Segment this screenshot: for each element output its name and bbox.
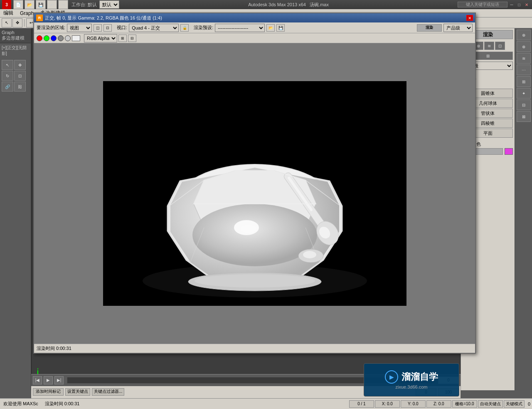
rw-titlebar: R 正交, 帧 0, 显示 Gamma: 2.2, RGBA 颜色 16 位/通… <box>34 13 475 22</box>
tool-unlink[interactable]: ⛓ <box>14 82 26 92</box>
tl-play-btn[interactable]: ▶ <box>44 376 53 384</box>
svg-point-17 <box>234 220 259 235</box>
red-channel-btn[interactable] <box>37 35 42 41</box>
tb-redo-btn[interactable]: ↪ <box>58 0 68 9</box>
tool-rotate[interactable]: ↻ <box>2 71 13 81</box>
rw-area-label: 要渲染的区域: <box>37 25 65 31</box>
right-tool-3[interactable]: ≋ <box>517 53 531 64</box>
tb-open-btn[interactable]: 📂 <box>25 0 34 9</box>
rp-icon-4[interactable]: ⊡ <box>495 42 505 50</box>
poly-label: 多边形建模 <box>2 35 29 41</box>
add-time-marker-btn[interactable]: 添加时间标记 <box>33 388 64 396</box>
tb-undo-btn[interactable]: ↩ <box>47 0 57 9</box>
render-time-status: 渲染时间 0:00:31 <box>45 401 80 407</box>
close-btn[interactable]: ✕ <box>523 2 530 7</box>
rw-title: 正交, 帧 0, 显示 Gamma: 2.2, RGBA 颜色 16 位/通道 … <box>45 15 466 21</box>
rw-preset-label: 渲染预设: <box>194 25 213 31</box>
rendered-image <box>103 81 406 306</box>
app-logo: 3 <box>2 0 11 9</box>
frame-field[interactable]: 0 / 1 <box>349 400 374 408</box>
mono-channel-btn[interactable] <box>65 35 71 41</box>
rw-canvas-area <box>34 43 475 344</box>
coord-y[interactable]: Y: 0.0 <box>401 400 426 408</box>
frame-counter-bottom: 0 <box>526 402 532 407</box>
rw-area-dropdown[interactable]: 视图 <box>67 24 92 32</box>
rp-icon-3[interactable]: ≋ <box>484 42 494 50</box>
alpha-channel-btn[interactable] <box>58 35 64 41</box>
blue-channel-btn[interactable] <box>51 35 57 41</box>
right-sidebar: ⊕ ⊗ ≋ ⋯ ⊞ ✦ ⊟ ⊠ <box>515 28 532 390</box>
watermark-play-icon: ▶ <box>385 370 398 384</box>
sep1 <box>24 19 25 27</box>
tool-link[interactable]: 🔗 <box>2 82 13 92</box>
search-field[interactable]: 键入关键字或短语 <box>458 2 507 7</box>
select-btn[interactable]: ↖ <box>2 18 12 27</box>
bottom-fields: 0 / 1 X: 0.0 Y: 0.0 Z: 0.0 栅格=10.0 自动关键点… <box>349 400 525 408</box>
watermark: ▶ 溜溜自学 zixue.3d66.com <box>364 363 459 397</box>
graph-label: Graph <box>2 30 29 35</box>
left-tools: ↖ ✥ ↻ ⊡ 🔗 ⛓ <box>0 58 31 93</box>
app-title: Autodesk 3ds Max 2013 x64 汤碗.max <box>119 2 458 8</box>
coord-x[interactable]: X: 0.0 <box>375 400 400 408</box>
right-tool-1[interactable]: ⊕ <box>517 30 531 40</box>
render-frame-window: R 正交, 帧 0, 显示 Gamma: 2.2, RGBA 颜色 16 位/通… <box>33 12 476 354</box>
rw-toolbar2: RGB Alpha ⊞ ⊟ <box>34 33 475 43</box>
watermark-title: 溜溜自学 <box>401 371 438 383</box>
viewport-label: [+][正交][无阴影] <box>0 43 31 58</box>
rw-toolbar1: 要渲染的区域: 视图 ◫ ⊡ 视口: Quad 4 - 正交 🔒 渲染预设: -… <box>34 22 475 33</box>
filter-btn[interactable]: 关键点过滤器... <box>92 388 124 396</box>
rw-vp-dropdown[interactable]: Quad 4 - 正交 <box>129 24 179 32</box>
rw-render-big-btn[interactable]: 渲染 <box>417 24 442 32</box>
left-sidebar: Graph 多边形建模 [+][正交][无阴影] ↖ ✥ ↻ ⊡ 🔗 ⛓ <box>0 28 31 390</box>
move-btn[interactable]: ✥ <box>12 18 22 27</box>
watermark-top: ▶ 溜溜自学 <box>385 370 438 384</box>
set-key-btn[interactable]: 设置关键点 <box>65 388 90 396</box>
color-display <box>72 35 80 41</box>
title-bar: 3 📄 📂 💾 ↩ ↪ 工作台: 默认 默认 Autodesk 3ds Max … <box>0 0 532 9</box>
tl-prev-btn[interactable]: |◀ <box>33 376 42 384</box>
minimize-btn[interactable]: ─ <box>508 2 515 7</box>
right-tool-2[interactable]: ⊗ <box>517 41 531 52</box>
tb-save-btn[interactable]: 💾 <box>36 0 46 9</box>
green-channel-btn[interactable] <box>44 35 49 41</box>
auto-key-btn[interactable]: 自动关键点 <box>478 400 503 408</box>
rw-preset-dropdown[interactable]: -------------------- <box>215 24 265 32</box>
tl-next-btn[interactable]: ▶| <box>54 376 64 384</box>
tool-move[interactable]: ✥ <box>14 60 26 70</box>
right-tool-8[interactable]: ⊠ <box>517 111 531 122</box>
tool-scale[interactable]: ⊡ <box>14 71 26 81</box>
rw-area-btn1[interactable]: ◫ <box>94 24 102 32</box>
maximize-btn[interactable]: □ <box>516 2 522 7</box>
rw-preset-load[interactable]: 📂 <box>266 24 275 32</box>
rw-preset-save[interactable]: 💾 <box>276 24 285 32</box>
rw-display-btn2[interactable]: ⊟ <box>128 35 136 42</box>
svg-point-19 <box>195 274 315 288</box>
watermark-url: zixue.3d66.com <box>395 384 427 389</box>
right-tool-6[interactable]: ✦ <box>517 88 531 99</box>
workspace-dropdown[interactable]: 默认 <box>99 0 119 9</box>
bottom-bar: 欢迎使用 MAXSc 渲染时间 0:00:31 0 / 1 X: 0.0 Y: … <box>0 398 532 409</box>
window-controls: 键入关键字或短语 ─ □ ✕ <box>458 2 530 7</box>
right-tool-7[interactable]: ⊟ <box>517 99 531 110</box>
tool-select[interactable]: ↖ <box>2 60 13 70</box>
right-tool-4[interactable]: ⋯ <box>517 64 531 75</box>
menu-edit[interactable]: 编辑 <box>0 9 17 17</box>
key-mode-btn[interactable]: 关键模式 <box>504 400 525 408</box>
right-tool-5[interactable]: ⊞ <box>517 76 531 87</box>
sidebar-top: Graph 多边形建模 <box>0 28 31 43</box>
svg-text:Y: Y <box>37 368 39 371</box>
color-swatch[interactable] <box>505 148 513 155</box>
rw-status-bar: 渲染时间 0:00:31 <box>34 344 475 353</box>
rw-lock-btn[interactable]: 🔒 <box>180 24 189 32</box>
rw-channel-dropdown[interactable]: RGB Alpha <box>84 34 117 42</box>
rw-quality-dropdown[interactable]: 产品级 <box>443 24 473 32</box>
rw-display-btn1[interactable]: ⊞ <box>118 35 127 42</box>
svg-point-29 <box>303 251 316 258</box>
coord-z[interactable]: Z: 0.0 <box>426 400 451 408</box>
workspace-label: 工作台: 默认 <box>71 2 97 8</box>
rw-area-btn2[interactable]: ⊡ <box>103 24 112 32</box>
rw-render-time: 渲染时间 0:00:31 <box>37 345 71 352</box>
tb-new-btn[interactable]: 📄 <box>13 0 23 9</box>
rw-close-btn[interactable]: ✕ <box>466 15 473 21</box>
grid-field: 栅格=10.0 <box>452 400 477 408</box>
